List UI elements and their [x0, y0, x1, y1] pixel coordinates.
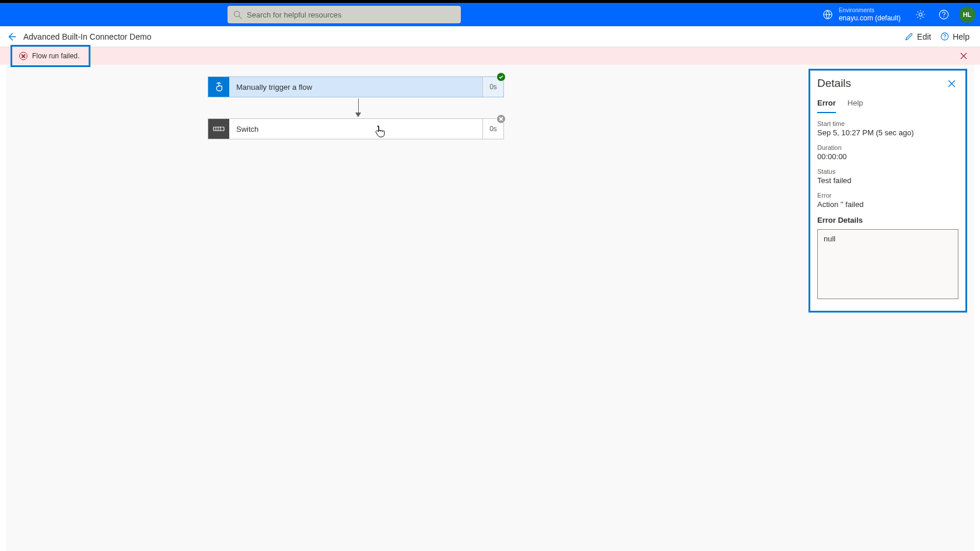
settings-button[interactable] — [910, 4, 931, 25]
svg-point-5 — [943, 16, 944, 17]
arrow-left-icon — [6, 31, 17, 42]
banner-message: Flow run failed. — [32, 52, 79, 60]
connector-arrow — [355, 99, 361, 117]
arrow-head-icon — [355, 113, 361, 117]
svg-point-0 — [234, 11, 239, 16]
globe-icon — [822, 9, 833, 20]
help-button[interactable] — [933, 4, 954, 25]
close-icon — [948, 80, 956, 87]
pencil-icon — [905, 32, 914, 41]
top-bar: Environments enayu.com (default) HL — [0, 3, 980, 26]
search-icon — [233, 10, 242, 19]
details-header: Details — [810, 71, 965, 94]
trigger-step[interactable]: Manually trigger a flow 0s — [208, 76, 504, 97]
svg-line-1 — [239, 16, 242, 18]
error-banner: Flow run failed. — [0, 47, 980, 65]
details-title: Details — [817, 77, 851, 90]
fail-badge — [496, 114, 506, 124]
environments-label: Environments — [839, 7, 901, 14]
environment-name: enayu.com (default) — [839, 14, 901, 22]
error-group: Error Action '' failed — [817, 192, 958, 209]
trigger-title: Manually trigger a flow — [229, 77, 482, 97]
search-input[interactable] — [247, 10, 461, 19]
error-details-label: Error Details — [817, 216, 958, 224]
edit-button[interactable]: Edit — [905, 32, 931, 41]
flow-container: Manually trigger a flow 0s — [208, 76, 504, 139]
tab-error[interactable]: Error — [817, 96, 836, 113]
duration-group: Duration 00:00:00 — [817, 144, 958, 161]
avatar[interactable]: HL — [959, 6, 975, 23]
help-action-button[interactable]: Help — [940, 32, 970, 41]
success-badge — [496, 72, 506, 82]
start-time-group: Start time Sep 5, 10:27 PM (5 sec ago) — [817, 120, 958, 137]
switch-step[interactable]: Switch 0s — [208, 118, 504, 139]
start-time-label: Start time — [817, 120, 958, 127]
details-tabs: Error Help — [810, 94, 965, 113]
error-circle-icon — [19, 52, 27, 60]
gear-icon — [915, 9, 926, 20]
edit-label: Edit — [917, 32, 931, 41]
switch-icon-box — [208, 119, 229, 139]
switch-title: Switch — [229, 119, 482, 139]
close-icon — [960, 52, 967, 59]
question-icon — [939, 9, 949, 20]
search-box[interactable] — [228, 6, 461, 23]
svg-point-3 — [919, 13, 922, 16]
duration-value: 00:00:00 — [817, 152, 958, 161]
switch-icon — [213, 125, 225, 132]
details-body: Start time Sep 5, 10:27 PM (5 sec ago) D… — [810, 113, 965, 311]
flow-canvas[interactable]: Manually trigger a flow 0s — [6, 65, 974, 551]
arrow-line — [358, 99, 359, 113]
help-label: Help — [953, 32, 970, 41]
status-value: Test failed — [817, 176, 958, 185]
tab-help[interactable]: Help — [848, 96, 863, 113]
duration-label: Duration — [817, 144, 958, 151]
start-time-value: Sep 5, 10:27 PM (5 sec ago) — [817, 128, 958, 137]
back-button[interactable] — [0, 26, 23, 47]
banner-highlight: Flow run failed. — [10, 45, 90, 67]
details-panel: Details Error Help Start time Sep 5, 10:… — [808, 69, 967, 313]
environment-switcher[interactable]: Environments enayu.com (default) — [822, 7, 901, 22]
page-header: Advanced Built-In Connector Demo Edit He… — [0, 26, 980, 47]
banner-close-button[interactable] — [957, 49, 971, 63]
error-value: Action '' failed — [817, 200, 958, 209]
check-icon — [498, 74, 504, 80]
question-circle-icon — [940, 32, 949, 41]
error-label: Error — [817, 192, 958, 199]
status-label: Status — [817, 168, 958, 175]
status-group: Status Test failed — [817, 168, 958, 185]
page-title: Advanced Built-In Connector Demo — [23, 32, 151, 41]
trigger-icon-box — [208, 77, 229, 97]
workspace: Manually trigger a flow 0s — [0, 65, 980, 551]
svg-point-7 — [944, 38, 945, 38]
tap-icon — [214, 82, 224, 92]
details-close-button[interactable] — [944, 76, 958, 90]
page-actions: Edit Help — [905, 32, 970, 41]
top-bar-right: Environments enayu.com (default) HL — [822, 4, 975, 25]
svg-rect-8 — [214, 127, 224, 131]
error-details-box[interactable] — [817, 229, 958, 299]
